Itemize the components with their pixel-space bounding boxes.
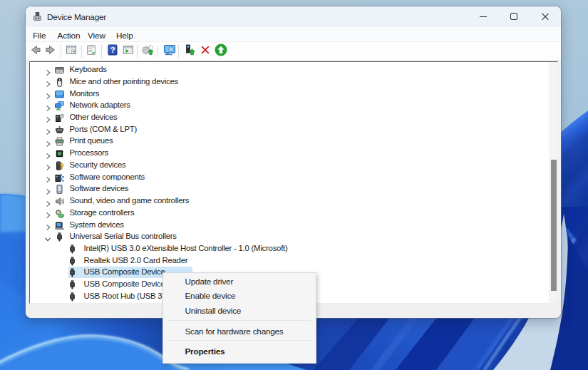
svg-text:?: ?: [110, 46, 115, 54]
svg-text:?: ?: [61, 114, 63, 118]
